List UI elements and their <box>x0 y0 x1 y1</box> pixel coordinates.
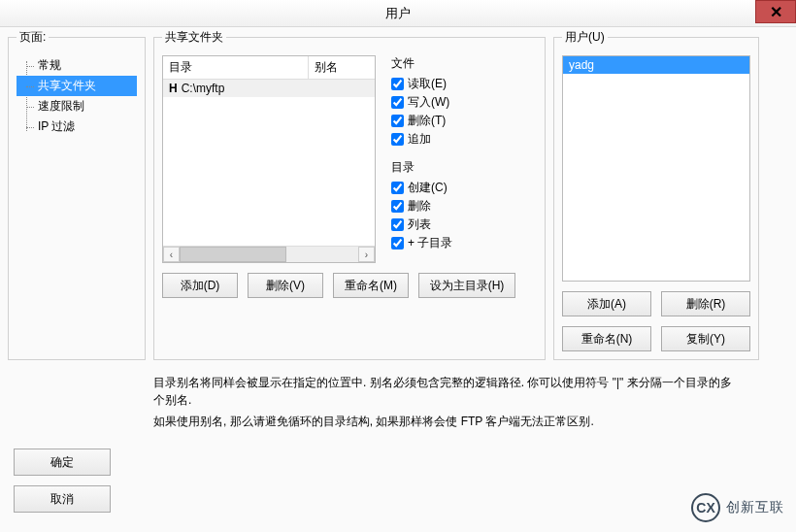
home-mark: H <box>169 82 178 95</box>
close-button[interactable]: ✕ <box>755 0 796 23</box>
directory-list[interactable]: 目录 别名 H C:\myftp ‹ › <box>162 55 376 263</box>
page-group-label: 页面: <box>17 29 49 46</box>
dir-permissions: 目录 创建(C) 删除 列表 + 子目录 <box>391 159 508 251</box>
center-column: 共享文件夹 目录 别名 H C:\myftp ‹ <box>153 37 546 435</box>
perm-write[interactable]: 写入(W) <box>391 94 508 111</box>
file-perm-label: 文件 <box>391 55 508 72</box>
perm-append[interactable]: 追加 <box>391 131 508 148</box>
nav-tree: 常规 共享文件夹 速度限制 IP 过滤 <box>17 55 137 137</box>
scroll-left-button[interactable]: ‹ <box>163 247 180 262</box>
directory-list-header: 目录 别名 <box>163 56 375 80</box>
brand-badge-icon: CX <box>691 493 720 522</box>
perm-subdirs[interactable]: + 子目录 <box>391 235 508 251</box>
shared-folders-label: 共享文件夹 <box>162 29 226 46</box>
hscrollbar[interactable]: ‹ › <box>163 246 375 262</box>
page-group: 页面: 常规 共享文件夹 速度限制 IP 过滤 <box>8 37 146 360</box>
perm-read[interactable]: 读取(E) <box>391 76 508 92</box>
nav-item-shared-folders[interactable]: 共享文件夹 <box>17 76 137 96</box>
perm-delete-file-checkbox[interactable] <box>391 115 404 127</box>
close-icon: ✕ <box>770 3 782 21</box>
perm-delete-dir-checkbox[interactable] <box>391 200 404 213</box>
scroll-thumb[interactable] <box>180 247 286 262</box>
nav-item-ip-filter[interactable]: IP 过滤 <box>17 116 137 137</box>
perm-write-checkbox[interactable] <box>391 96 404 109</box>
file-permissions: 文件 读取(E) 写入(W) 删除(T) 追加 <box>391 55 508 148</box>
users-group: 用户(U) yadg 添加(A) 删除(R) 重命名(N) 复制(Y) <box>553 37 759 360</box>
brand-name: 创新互联 <box>726 499 784 516</box>
users-group-label: 用户(U) <box>562 29 608 46</box>
perm-create-checkbox[interactable] <box>391 182 404 194</box>
perm-delete-file[interactable]: 删除(T) <box>391 113 508 129</box>
perm-list[interactable]: 列表 <box>391 216 508 233</box>
user-buttons: 添加(A) 删除(R) 重命名(N) 复制(Y) <box>562 291 750 351</box>
col-directory[interactable]: 目录 <box>163 56 309 79</box>
perm-create[interactable]: 创建(C) <box>391 180 508 196</box>
dialog-body: 页面: 常规 共享文件夹 速度限制 IP 过滤 共享文件夹 目录 别名 <box>0 27 796 532</box>
add-dir-button[interactable]: 添加(D) <box>162 273 238 298</box>
add-user-button[interactable]: 添加(A) <box>562 291 651 316</box>
users-list[interactable]: yadg <box>562 55 750 282</box>
nav-item-general[interactable]: 常规 <box>17 55 137 76</box>
remove-dir-button[interactable]: 删除(V) <box>248 273 323 298</box>
directory-buttons: 添加(D) 删除(V) 重命名(M) 设为主目录(H) <box>162 273 537 298</box>
perm-append-checkbox[interactable] <box>391 133 404 146</box>
brand-logo: CX 创新互联 <box>691 493 784 522</box>
col-alias[interactable]: 别名 <box>309 56 375 79</box>
dialog-buttons: 确定 取消 <box>14 449 111 513</box>
scroll-right-button[interactable]: › <box>358 247 375 262</box>
perm-list-checkbox[interactable] <box>391 218 404 231</box>
user-item[interactable]: yadg <box>563 56 749 74</box>
window-title: 用户 <box>385 5 411 22</box>
remove-user-button[interactable]: 删除(R) <box>661 291 750 316</box>
cancel-button[interactable]: 取消 <box>14 485 111 513</box>
perm-delete-dir[interactable]: 删除 <box>391 198 508 215</box>
scroll-track[interactable] <box>180 247 358 262</box>
rename-user-button[interactable]: 重命名(N) <box>562 326 651 351</box>
users-column: 用户(U) yadg 添加(A) 删除(R) 重命名(N) 复制(Y) <box>553 37 759 435</box>
rename-dir-button[interactable]: 重命名(M) <box>333 273 409 298</box>
main-area: 页面: 常规 共享文件夹 速度限制 IP 过滤 共享文件夹 目录 别名 <box>8 37 788 435</box>
copy-user-button[interactable]: 复制(Y) <box>661 326 750 351</box>
shared-folders-group: 共享文件夹 目录 别名 H C:\myftp ‹ <box>153 37 546 360</box>
set-home-button[interactable]: 设为主目录(H) <box>418 273 515 298</box>
nav-item-speed-limit[interactable]: 速度限制 <box>17 96 137 116</box>
ok-button[interactable]: 确定 <box>14 449 111 476</box>
perm-read-checkbox[interactable] <box>391 78 404 90</box>
directory-row[interactable]: H C:\myftp <box>163 80 375 97</box>
titlebar: 用户 ✕ <box>0 0 796 27</box>
directory-path: C:\myftp <box>182 82 225 95</box>
dir-perm-label: 目录 <box>391 159 508 176</box>
permissions-column: 文件 读取(E) 写入(W) 删除(T) 追加 目录 创建(C) 删除 列表 +… <box>391 55 508 263</box>
perm-subdirs-checkbox[interactable] <box>391 237 404 249</box>
